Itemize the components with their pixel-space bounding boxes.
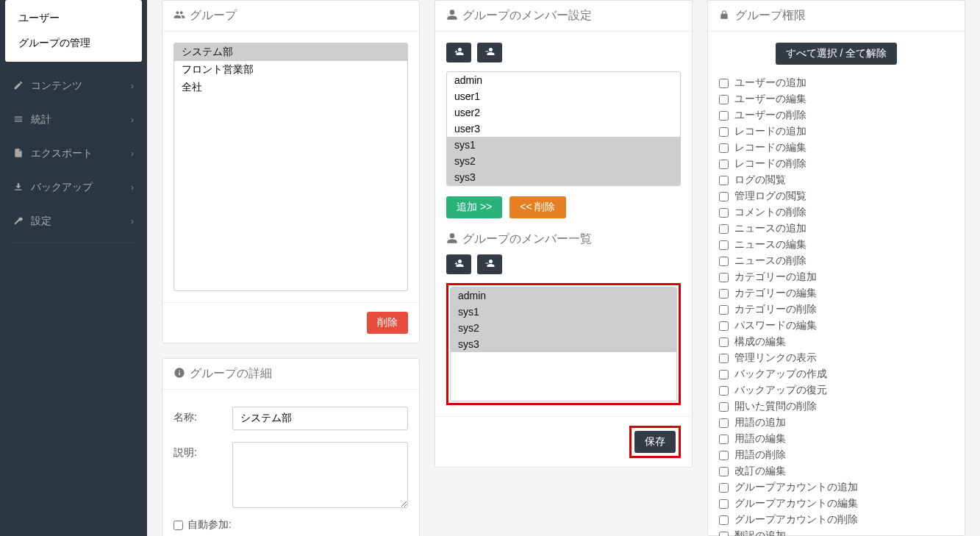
member-option[interactable]: admin bbox=[451, 287, 676, 304]
permission-label: 用語の編集 bbox=[734, 432, 786, 446]
permission-checkbox[interactable] bbox=[719, 483, 729, 493]
permission-item: ニュースの追加 bbox=[719, 221, 954, 237]
download-icon bbox=[13, 182, 24, 194]
permission-label: カテゴリーの編集 bbox=[734, 287, 817, 300]
permission-label: 用語の削除 bbox=[734, 449, 786, 462]
permission-item: グループアカウントの削除 bbox=[719, 512, 954, 528]
user-icon bbox=[446, 9, 457, 24]
autojoin-checkbox[interactable] bbox=[174, 521, 183, 530]
nav-label: 設定 bbox=[31, 215, 51, 228]
add-member-button[interactable]: 追加 >> bbox=[446, 196, 502, 218]
permission-item: 用語の編集 bbox=[719, 431, 954, 447]
permission-checkbox[interactable] bbox=[719, 354, 729, 363]
permission-checkbox[interactable] bbox=[719, 386, 729, 396]
permission-checkbox[interactable] bbox=[719, 289, 729, 299]
permission-item: 用語の追加 bbox=[719, 415, 954, 431]
user-option[interactable]: admin bbox=[447, 72, 680, 88]
user-option[interactable]: sys2 bbox=[447, 153, 680, 169]
permission-checkbox[interactable] bbox=[719, 532, 729, 537]
member-list-select[interactable]: adminsys1sys2sys3 bbox=[450, 287, 677, 401]
nav-item-edit[interactable]: コンテンツ› bbox=[0, 69, 147, 103]
group-option[interactable]: システム部 bbox=[174, 43, 407, 61]
save-button[interactable]: 保存 bbox=[634, 431, 676, 453]
toggle-all-button[interactable]: すべて選択 / 全て解除 bbox=[776, 43, 898, 65]
permission-checkbox[interactable] bbox=[719, 176, 729, 185]
permission-item: 管理ログの閲覧 bbox=[719, 188, 954, 204]
permission-item: カテゴリーの編集 bbox=[719, 285, 954, 301]
user-option[interactable]: user3 bbox=[447, 121, 680, 137]
desc-textarea[interactable] bbox=[232, 442, 408, 508]
add-user-icon-button[interactable] bbox=[446, 43, 471, 62]
group-select[interactable]: システム部フロント営業部全社 bbox=[174, 43, 408, 291]
permission-label: 用語の追加 bbox=[734, 416, 786, 429]
permission-checkbox[interactable] bbox=[719, 160, 729, 169]
permission-checkbox[interactable] bbox=[719, 95, 729, 104]
user-option[interactable]: user2 bbox=[447, 104, 680, 121]
permission-checkbox[interactable] bbox=[719, 337, 729, 347]
name-input[interactable] bbox=[232, 407, 408, 430]
sidebar-link-group-manage[interactable]: グループの管理 bbox=[5, 31, 142, 56]
permission-label: バックアップの作成 bbox=[734, 368, 827, 381]
user-icon bbox=[446, 232, 457, 247]
permission-checkbox[interactable] bbox=[719, 418, 729, 428]
permission-label: コメントの削除 bbox=[734, 206, 806, 219]
nav-item-bars[interactable]: 統計› bbox=[0, 103, 147, 137]
lock-icon bbox=[719, 9, 729, 24]
member-option[interactable]: sys2 bbox=[451, 320, 676, 336]
info-icon bbox=[174, 367, 184, 382]
chevron-right-icon: › bbox=[131, 182, 134, 193]
remove-user-icon-button[interactable] bbox=[477, 43, 502, 62]
permission-checkbox[interactable] bbox=[719, 208, 729, 218]
permission-checkbox[interactable] bbox=[719, 435, 729, 444]
permission-label: 改訂の編集 bbox=[734, 465, 786, 478]
permission-checkbox[interactable] bbox=[719, 127, 729, 137]
group-option[interactable]: 全社 bbox=[174, 79, 407, 96]
permission-label: ニュースの追加 bbox=[734, 222, 806, 235]
permission-checkbox[interactable] bbox=[719, 192, 729, 201]
users-icon bbox=[174, 9, 184, 24]
permission-checkbox[interactable] bbox=[719, 305, 729, 315]
permission-checkbox[interactable] bbox=[719, 370, 729, 379]
group-detail-panel: グループの詳細 名称: 説明: 自動参加: bbox=[162, 358, 420, 536]
desc-label: 説明: bbox=[174, 442, 232, 460]
permission-label: グループアカウントの編集 bbox=[734, 497, 858, 510]
permission-label: 管理リンクの表示 bbox=[734, 351, 817, 365]
permission-item: ユーザーの追加 bbox=[719, 75, 954, 91]
permission-label: カテゴリーの追加 bbox=[734, 271, 817, 284]
member-option[interactable]: sys3 bbox=[451, 336, 676, 352]
permission-checkbox[interactable] bbox=[719, 402, 729, 412]
permission-checkbox[interactable] bbox=[719, 499, 729, 509]
delete-group-button[interactable]: 削除 bbox=[367, 312, 408, 334]
group-option[interactable]: フロント営業部 bbox=[174, 61, 407, 79]
user-option[interactable]: sys3 bbox=[447, 169, 680, 185]
group-detail-title: グループの詳細 bbox=[190, 366, 272, 382]
permission-item: ユーザーの削除 bbox=[719, 107, 954, 124]
all-users-select[interactable]: adminuser1user2user3sys1sys2sys3 bbox=[446, 71, 681, 186]
remove-member-button[interactable]: << 削除 bbox=[509, 196, 565, 218]
permission-checkbox[interactable] bbox=[719, 143, 729, 153]
permission-checkbox[interactable] bbox=[719, 240, 729, 250]
user-option[interactable]: user1 bbox=[447, 88, 680, 104]
permission-label: 開いた質問の削除 bbox=[734, 400, 817, 413]
permission-item: ニュースの編集 bbox=[719, 237, 954, 253]
permission-checkbox[interactable] bbox=[719, 111, 729, 121]
user-option[interactable]: sys1 bbox=[447, 137, 680, 153]
permission-checkbox[interactable] bbox=[719, 451, 729, 460]
permission-checkbox[interactable] bbox=[719, 224, 729, 234]
permission-checkbox[interactable] bbox=[719, 467, 729, 476]
sidebar-link-user[interactable]: ユーザー bbox=[5, 6, 142, 31]
nav-item-file[interactable]: エクスポート› bbox=[0, 137, 147, 171]
permission-checkbox[interactable] bbox=[719, 515, 729, 525]
member-panel: グループのメンバー設定 adminuser1user2user3sys1sys2… bbox=[434, 0, 693, 468]
add-user-icon-button-2[interactable] bbox=[446, 254, 471, 274]
permission-item: 用語の削除 bbox=[719, 447, 954, 463]
nav-item-wrench[interactable]: 設定› bbox=[0, 204, 147, 238]
permission-checkbox[interactable] bbox=[719, 273, 729, 282]
permission-checkbox[interactable] bbox=[719, 79, 729, 88]
remove-user-icon-button-2[interactable] bbox=[477, 254, 502, 274]
nav-item-download[interactable]: バックアップ› bbox=[0, 171, 147, 204]
member-option[interactable]: sys1 bbox=[451, 304, 676, 320]
permission-checkbox[interactable] bbox=[719, 321, 729, 331]
permission-checkbox[interactable] bbox=[719, 257, 729, 266]
name-label: 名称: bbox=[174, 407, 232, 424]
